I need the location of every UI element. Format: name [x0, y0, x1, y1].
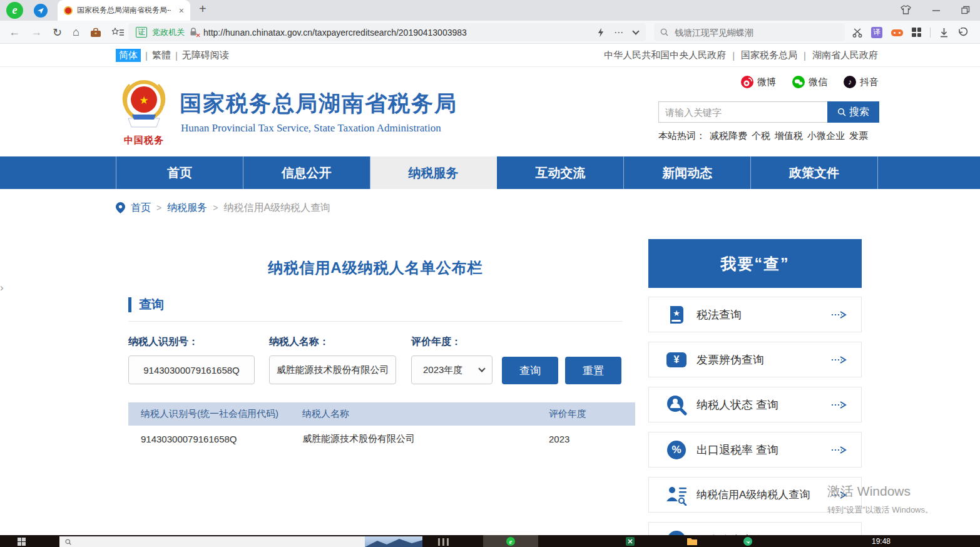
- home-icon[interactable]: ⌂: [73, 26, 79, 39]
- nav-item-news[interactable]: 新闻动态: [624, 156, 751, 189]
- eval-year-label: 评价年度：: [411, 335, 461, 349]
- tab-title: 国家税务总局湖南省税务局--纳: [77, 5, 171, 16]
- gov-link-hunan[interactable]: 湖南省人民政府: [812, 49, 878, 61]
- breadcrumb-home[interactable]: 首页: [131, 202, 151, 215]
- lang-traditional-button[interactable]: 繁體: [152, 49, 171, 61]
- tab-close-icon[interactable]: ×: [179, 6, 184, 16]
- reset-button[interactable]: 重置: [565, 357, 621, 384]
- forward-icon[interactable]: →: [31, 26, 42, 39]
- export-rebate-icon: %: [665, 439, 688, 461]
- refresh-icon[interactable]: ↻: [53, 26, 62, 39]
- apps-grid-icon[interactable]: [912, 28, 921, 37]
- taskbar-search-box[interactable]: [59, 536, 422, 547]
- more-icon[interactable]: ⋯: [614, 27, 624, 38]
- undo-icon[interactable]: [957, 28, 967, 37]
- col-header-year: 评价年度: [549, 408, 635, 420]
- location-pin-icon: [116, 202, 125, 213]
- start-button-icon[interactable]: [18, 538, 26, 546]
- evaluation-year-select[interactable]: 2023年度: [411, 355, 493, 384]
- speed-mode-icon[interactable]: [34, 4, 48, 18]
- url-text[interactable]: http://hunan.chinatax.gov.cn/taxpayercre…: [203, 28, 593, 38]
- gov-link-central[interactable]: 中华人民共和国中央人民政府: [604, 49, 726, 61]
- favorites-list-icon[interactable]: [112, 28, 124, 37]
- panel-toggle-icon[interactable]: ›: [0, 282, 4, 294]
- wechat-link[interactable]: 微信: [792, 76, 827, 88]
- paper-plane-icon: [36, 6, 45, 15]
- nav-item-policy[interactable]: 政策文件: [751, 156, 878, 189]
- sidebar-item-credit-a-query[interactable]: 纳税信用A级纳税人查询: [648, 477, 862, 513]
- url-bar[interactable]: 证 党政机关 ✕ http://hunan.chinatax.gov.cn/ta…: [128, 23, 646, 41]
- site-search-label: 搜索: [849, 106, 869, 119]
- hot-word[interactable]: 发票: [849, 130, 868, 141]
- dotted-arrow-icon: [831, 446, 850, 454]
- insecure-lock-icon: ✕: [190, 28, 198, 37]
- chevron-down-icon: [478, 365, 485, 372]
- back-icon[interactable]: ←: [9, 26, 20, 39]
- chevron-down-icon[interactable]: [632, 28, 639, 34]
- query-button[interactable]: 查询: [502, 357, 558, 384]
- download-icon[interactable]: [939, 28, 949, 38]
- weibo-link[interactable]: 微博: [741, 76, 776, 88]
- nav-item-home[interactable]: 首页: [116, 156, 243, 189]
- sidebar-item-label: 纳税人状态 查询: [697, 397, 831, 412]
- wechat-label: 微信: [809, 76, 827, 88]
- site-header: ★ 中国税务 国家税务总局湖南省税务局 Hunan Provincial Tax…: [0, 67, 980, 156]
- quick-search-box[interactable]: [654, 23, 845, 41]
- taxpayer-name-input[interactable]: [269, 355, 396, 384]
- results-table: 纳税人识别号(统一社会信用代码) 纳税人名称 评价年度 914303000791…: [128, 402, 635, 452]
- hot-words-label: 本站热词：: [658, 130, 705, 141]
- taskbar-360-browser-icon[interactable]: e: [483, 535, 538, 547]
- sidebar-title: 我要“查”: [648, 239, 862, 288]
- restore-button[interactable]: [961, 6, 970, 14]
- screenshot-scissors-icon[interactable]: [852, 28, 862, 38]
- sidebar-item-export-rebate[interactable]: % 出口退税率 查询: [648, 432, 862, 468]
- task-view-icon[interactable]: [438, 538, 449, 546]
- site-search-input[interactable]: [658, 101, 827, 123]
- section-accent-bar: [128, 297, 131, 312]
- search-highlight-image[interactable]: [365, 536, 422, 547]
- sidebar-item-label: 出口退税率 查询: [697, 442, 831, 458]
- sidebar-item-taxpayer-status[interactable]: 纳税人状态 查询: [648, 387, 862, 422]
- col-header-id: 纳税人识别号(统一社会信用代码): [128, 408, 302, 420]
- theme-tshirt-icon[interactable]: [901, 5, 911, 14]
- new-tab-button[interactable]: +: [199, 2, 207, 16]
- taxpayer-id-input[interactable]: [128, 355, 255, 384]
- lang-simplified-button[interactable]: 简体: [116, 49, 141, 62]
- lightning-icon[interactable]: [598, 28, 605, 38]
- accessibility-link[interactable]: 无障碍阅读: [182, 49, 229, 61]
- sidebar-item-invoice-verify[interactable]: ¥ 发票辨伪查询: [648, 342, 862, 377]
- hot-word[interactable]: 小微企业: [807, 130, 845, 141]
- sidebar-item-label: 发票辨伪查询: [697, 352, 831, 367]
- hot-word[interactable]: 增值税: [775, 130, 803, 141]
- sidebar-item-tax-law[interactable]: ★ 税法查询: [648, 297, 862, 332]
- minimize-button[interactable]: [932, 6, 941, 14]
- search-icon: [660, 28, 668, 36]
- breadcrumb-separator: [213, 203, 218, 213]
- weibo-icon: [741, 76, 753, 88]
- browser-360-logo-icon[interactable]: e: [6, 2, 23, 19]
- site-title: 国家税务总局湖南省税务局: [180, 89, 457, 118]
- quick-search-input[interactable]: [673, 27, 824, 38]
- table-header-row: 纳税人识别号(统一社会信用代码) 纳税人名称 评价年度: [128, 402, 635, 426]
- folder-icon[interactable]: [687, 537, 697, 545]
- nav-item-interaction[interactable]: 互动交流: [497, 156, 624, 189]
- site-search-button[interactable]: 搜索: [827, 101, 879, 123]
- nav-item-info-disclosure[interactable]: 信息公开: [243, 156, 370, 189]
- douyin-icon: ♪: [844, 76, 856, 88]
- sidebar-item-label: 纳税信用A级纳税人查询: [697, 488, 831, 502]
- excel-icon[interactable]: [626, 537, 635, 546]
- breadcrumb-tax-service[interactable]: 纳税服务: [167, 202, 207, 215]
- wechat-icon: [792, 76, 805, 88]
- douyin-link[interactable]: ♪ 抖音: [844, 76, 879, 88]
- gov-link-sta[interactable]: 国家税务总局: [741, 49, 797, 61]
- windows-taskbar: e 19:48: [0, 535, 980, 547]
- translate-icon[interactable]: 译: [871, 27, 882, 38]
- main-nav: 首页 信息公开 纳税服务 互动交流 新闻动态 政策文件: [0, 156, 980, 189]
- hot-word[interactable]: 减税降费: [710, 130, 747, 141]
- toolbox-icon[interactable]: [90, 28, 101, 38]
- game-center-icon[interactable]: [891, 28, 903, 37]
- hot-word[interactable]: 个税: [752, 130, 770, 141]
- nav-item-tax-service[interactable]: 纳税服务: [370, 156, 498, 189]
- dingtalk-icon[interactable]: [743, 537, 752, 546]
- browser-tab[interactable]: 国家税务总局湖南省税务局--纳 ×: [58, 0, 190, 21]
